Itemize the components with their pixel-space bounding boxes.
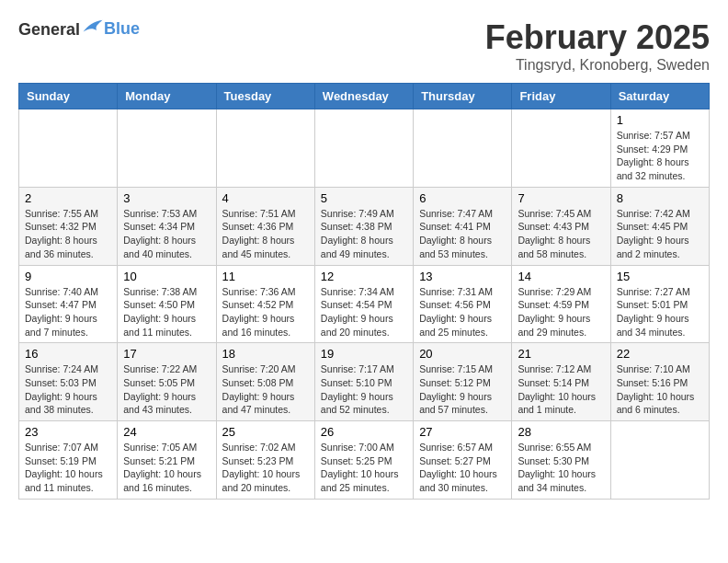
day-number: 10 <box>123 270 210 283</box>
logo: General Blue <box>18 18 140 40</box>
day-info: Sunrise: 7:38 AM Sunset: 4:50 PM Dayligh… <box>123 285 210 339</box>
day-cell: 25Sunrise: 7:02 AM Sunset: 5:23 PM Dayli… <box>216 421 314 500</box>
week-row-1: 2Sunrise: 7:55 AM Sunset: 4:32 PM Daylig… <box>19 187 710 265</box>
day-cell: 15Sunrise: 7:27 AM Sunset: 5:01 PM Dayli… <box>610 265 709 343</box>
week-row-2: 9Sunrise: 7:40 AM Sunset: 4:47 PM Daylig… <box>19 265 710 343</box>
day-cell: 10Sunrise: 7:38 AM Sunset: 4:50 PM Dayli… <box>118 265 216 343</box>
header-saturday: Saturday <box>610 84 709 109</box>
day-number: 15 <box>617 270 703 283</box>
day-number: 22 <box>617 347 703 361</box>
day-cell: 7Sunrise: 7:45 AM Sunset: 4:43 PM Daylig… <box>512 187 610 265</box>
day-number: 2 <box>25 191 111 205</box>
day-number: 17 <box>123 347 210 361</box>
week-row-4: 23Sunrise: 7:07 AM Sunset: 5:19 PM Dayli… <box>19 421 710 500</box>
day-number: 21 <box>518 347 604 361</box>
day-number: 28 <box>518 425 604 439</box>
logo-bird-icon <box>82 18 104 35</box>
month-title: February 2025 <box>485 18 710 57</box>
day-number: 26 <box>321 425 407 439</box>
day-info: Sunrise: 6:57 AM Sunset: 5:27 PM Dayligh… <box>419 441 506 495</box>
day-info: Sunrise: 7:51 AM Sunset: 4:36 PM Dayligh… <box>222 207 309 261</box>
header-tuesday: Tuesday <box>216 84 314 109</box>
day-number: 19 <box>321 347 407 361</box>
day-cell: 13Sunrise: 7:31 AM Sunset: 4:56 PM Dayli… <box>414 265 512 343</box>
day-cell: 21Sunrise: 7:12 AM Sunset: 5:14 PM Dayli… <box>512 343 610 421</box>
day-cell: 8Sunrise: 7:42 AM Sunset: 4:45 PM Daylig… <box>610 187 709 265</box>
day-cell: 1Sunrise: 7:57 AM Sunset: 4:29 PM Daylig… <box>610 109 709 188</box>
day-info: Sunrise: 7:34 AM Sunset: 4:54 PM Dayligh… <box>321 285 407 339</box>
day-info: Sunrise: 7:42 AM Sunset: 4:45 PM Dayligh… <box>617 207 703 261</box>
day-cell: 14Sunrise: 7:29 AM Sunset: 4:59 PM Dayli… <box>512 265 610 343</box>
day-cell <box>512 109 610 188</box>
day-info: Sunrise: 7:12 AM Sunset: 5:14 PM Dayligh… <box>518 362 604 417</box>
day-cell: 12Sunrise: 7:34 AM Sunset: 4:54 PM Dayli… <box>314 265 413 343</box>
day-cell <box>314 109 413 188</box>
header-thursday: Thursday <box>414 84 512 109</box>
day-cell: 3Sunrise: 7:53 AM Sunset: 4:34 PM Daylig… <box>118 187 216 265</box>
day-info: Sunrise: 7:05 AM Sunset: 5:21 PM Dayligh… <box>123 441 210 495</box>
day-number: 25 <box>222 425 309 439</box>
day-number: 23 <box>25 425 111 439</box>
day-info: Sunrise: 7:55 AM Sunset: 4:32 PM Dayligh… <box>25 207 111 261</box>
day-cell: 27Sunrise: 6:57 AM Sunset: 5:27 PM Dayli… <box>414 421 512 500</box>
day-cell: 24Sunrise: 7:05 AM Sunset: 5:21 PM Dayli… <box>118 421 216 500</box>
day-number: 7 <box>518 191 604 205</box>
day-info: Sunrise: 7:57 AM Sunset: 4:29 PM Dayligh… <box>617 129 703 183</box>
day-info: Sunrise: 7:40 AM Sunset: 4:47 PM Dayligh… <box>25 285 111 339</box>
day-number: 6 <box>419 191 506 205</box>
day-cell <box>118 109 216 188</box>
location-title: Tingsryd, Kronoberg, Sweden <box>485 57 710 74</box>
header-sunday: Sunday <box>19 84 118 109</box>
day-info: Sunrise: 7:24 AM Sunset: 5:03 PM Dayligh… <box>25 362 111 417</box>
day-number: 13 <box>419 270 506 283</box>
day-number: 3 <box>123 191 210 205</box>
day-cell: 4Sunrise: 7:51 AM Sunset: 4:36 PM Daylig… <box>216 187 314 265</box>
day-number: 16 <box>25 347 111 361</box>
day-number: 14 <box>518 270 604 283</box>
day-cell: 6Sunrise: 7:47 AM Sunset: 4:41 PM Daylig… <box>414 187 512 265</box>
day-info: Sunrise: 7:15 AM Sunset: 5:12 PM Dayligh… <box>419 362 506 417</box>
day-info: Sunrise: 7:22 AM Sunset: 5:05 PM Dayligh… <box>123 362 210 417</box>
day-number: 4 <box>222 191 309 205</box>
day-cell: 17Sunrise: 7:22 AM Sunset: 5:05 PM Dayli… <box>118 343 216 421</box>
day-number: 12 <box>321 270 407 283</box>
day-number: 5 <box>321 191 407 205</box>
day-info: Sunrise: 7:20 AM Sunset: 5:08 PM Dayligh… <box>222 362 309 417</box>
day-cell <box>414 109 512 188</box>
day-cell: 20Sunrise: 7:15 AM Sunset: 5:12 PM Dayli… <box>414 343 512 421</box>
day-number: 18 <box>222 347 309 361</box>
day-cell <box>216 109 314 188</box>
calendar-table: SundayMondayTuesdayWednesdayThursdayFrid… <box>18 83 710 500</box>
day-cell: 22Sunrise: 7:10 AM Sunset: 5:16 PM Dayli… <box>610 343 709 421</box>
day-cell: 26Sunrise: 7:00 AM Sunset: 5:25 PM Dayli… <box>314 421 413 500</box>
logo-text: General <box>18 18 104 40</box>
day-number: 24 <box>123 425 210 439</box>
day-info: Sunrise: 7:27 AM Sunset: 5:01 PM Dayligh… <box>617 285 703 339</box>
day-cell: 28Sunrise: 6:55 AM Sunset: 5:30 PM Dayli… <box>512 421 610 500</box>
day-number: 1 <box>617 113 703 127</box>
day-cell <box>610 421 709 500</box>
header-friday: Friday <box>512 84 610 109</box>
week-row-3: 16Sunrise: 7:24 AM Sunset: 5:03 PM Dayli… <box>19 343 710 421</box>
day-cell: 16Sunrise: 7:24 AM Sunset: 5:03 PM Dayli… <box>19 343 118 421</box>
day-info: Sunrise: 7:00 AM Sunset: 5:25 PM Dayligh… <box>321 441 407 495</box>
day-info: Sunrise: 6:55 AM Sunset: 5:30 PM Dayligh… <box>518 441 604 495</box>
day-cell: 5Sunrise: 7:49 AM Sunset: 4:38 PM Daylig… <box>314 187 413 265</box>
calendar-header-row: SundayMondayTuesdayWednesdayThursdayFrid… <box>19 84 710 109</box>
day-number: 11 <box>222 270 309 283</box>
day-number: 8 <box>617 191 703 205</box>
day-info: Sunrise: 7:29 AM Sunset: 4:59 PM Dayligh… <box>518 285 604 339</box>
day-cell: 19Sunrise: 7:17 AM Sunset: 5:10 PM Dayli… <box>314 343 413 421</box>
day-info: Sunrise: 7:07 AM Sunset: 5:19 PM Dayligh… <box>25 441 111 495</box>
day-cell: 2Sunrise: 7:55 AM Sunset: 4:32 PM Daylig… <box>19 187 118 265</box>
page-header: General Blue February 2025 Tingsryd, Kro… <box>18 18 710 74</box>
day-info: Sunrise: 7:45 AM Sunset: 4:43 PM Dayligh… <box>518 207 604 261</box>
title-section: February 2025 Tingsryd, Kronoberg, Swede… <box>485 18 710 74</box>
header-wednesday: Wednesday <box>314 84 413 109</box>
day-info: Sunrise: 7:02 AM Sunset: 5:23 PM Dayligh… <box>222 441 309 495</box>
day-number: 27 <box>419 425 506 439</box>
logo-blue: Blue <box>104 19 140 39</box>
day-info: Sunrise: 7:53 AM Sunset: 4:34 PM Dayligh… <box>123 207 210 261</box>
day-info: Sunrise: 7:10 AM Sunset: 5:16 PM Dayligh… <box>617 362 703 417</box>
day-info: Sunrise: 7:47 AM Sunset: 4:41 PM Dayligh… <box>419 207 506 261</box>
